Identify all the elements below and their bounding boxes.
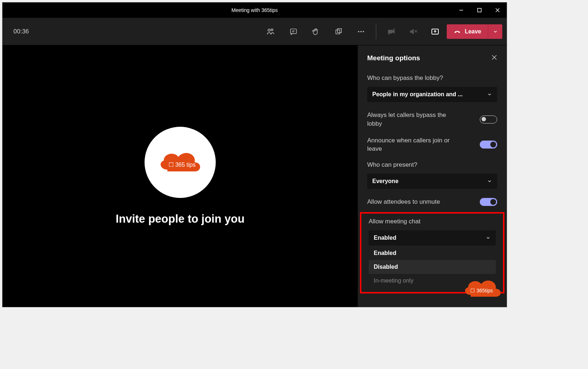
svg-text:☐ 365 tips: ☐ 365 tips: [169, 162, 195, 168]
who-can-present-value: Everyone: [372, 178, 398, 184]
close-button[interactable]: [488, 3, 507, 18]
svg-rect-10: [337, 28, 341, 32]
lobby-bypass-value: People in my organization and ...: [372, 91, 463, 98]
camera-off-icon[interactable]: [387, 27, 396, 36]
speaker-muted-icon[interactable]: [409, 27, 418, 36]
chevron-down-icon: [487, 179, 492, 184]
allow-chat-select[interactable]: Enabled: [369, 230, 496, 246]
window-controls: [452, 3, 507, 18]
maximize-button[interactable]: [470, 3, 488, 18]
svg-rect-6: [290, 29, 296, 33]
call-timer: 00:36: [13, 28, 29, 35]
avatar: ☐ 365 tips: [145, 127, 216, 198]
allow-chat-label: Allow meeting chat: [369, 218, 499, 225]
leave-dropdown-button[interactable]: [488, 24, 502, 39]
more-actions-icon[interactable]: [357, 28, 365, 36]
meeting-window: Meeting with 365tips 00:36: [2, 2, 507, 307]
panel-title: Meeting options: [367, 54, 420, 62]
close-panel-icon[interactable]: [491, 54, 497, 62]
minimize-button[interactable]: [452, 3, 470, 18]
lobby-bypass-select[interactable]: People in my organization and ...: [367, 87, 497, 102]
svg-point-13: [362, 31, 364, 32]
who-can-present-label: Who can present?: [367, 161, 497, 169]
chat-icon[interactable]: [289, 28, 297, 36]
svg-rect-1: [478, 8, 481, 12]
allow-unmute-toggle[interactable]: [480, 198, 497, 206]
callers-bypass-toggle[interactable]: [480, 115, 497, 123]
branding-badge: ☐ 365tips: [462, 275, 502, 302]
chat-option-disabled[interactable]: Disabled: [369, 260, 496, 274]
titlebar: Meeting with 365tips: [3, 3, 507, 18]
toolbar-divider: [376, 24, 376, 39]
svg-point-4: [268, 29, 270, 31]
leave-label: Leave: [465, 28, 481, 35]
lobby-bypass-label: Who can bypass the lobby?: [367, 74, 497, 82]
svg-point-12: [360, 31, 362, 32]
chevron-down-icon: [487, 92, 492, 97]
announce-callers-toggle[interactable]: [480, 141, 497, 149]
org-logo-icon: ☐ 365 tips: [157, 148, 204, 177]
raise-hand-icon[interactable]: [312, 28, 320, 36]
chevron-down-icon: [486, 235, 491, 240]
svg-text:☐ 365tips: ☐ 365tips: [470, 288, 493, 293]
meeting-toolbar: 00:36: [3, 18, 507, 45]
allow-unmute-label: Allow attendees to unmute: [367, 198, 440, 206]
share-screen-icon[interactable]: [431, 27, 439, 36]
rooms-icon[interactable]: [334, 28, 342, 36]
announce-callers-label: Announce when callers join or leave: [367, 136, 462, 154]
allow-chat-value: Enabled: [374, 235, 396, 241]
svg-rect-9: [336, 30, 340, 34]
meeting-stage: ☐ 365 tips Invite people to join you: [3, 45, 358, 307]
callers-bypass-label: Always let callers bypass the lobby: [367, 111, 462, 128]
chat-option-enabled[interactable]: Enabled: [369, 246, 496, 260]
svg-point-11: [358, 31, 359, 32]
invite-heading: Invite people to join you: [116, 212, 245, 226]
who-can-present-select[interactable]: Everyone: [367, 174, 497, 189]
svg-point-5: [271, 29, 273, 31]
participants-icon[interactable]: [266, 27, 275, 36]
leave-button[interactable]: Leave: [447, 24, 488, 39]
meeting-options-panel: Meeting options Who can bypass the lobby…: [358, 45, 507, 307]
window-title: Meeting with 365tips: [231, 7, 278, 13]
